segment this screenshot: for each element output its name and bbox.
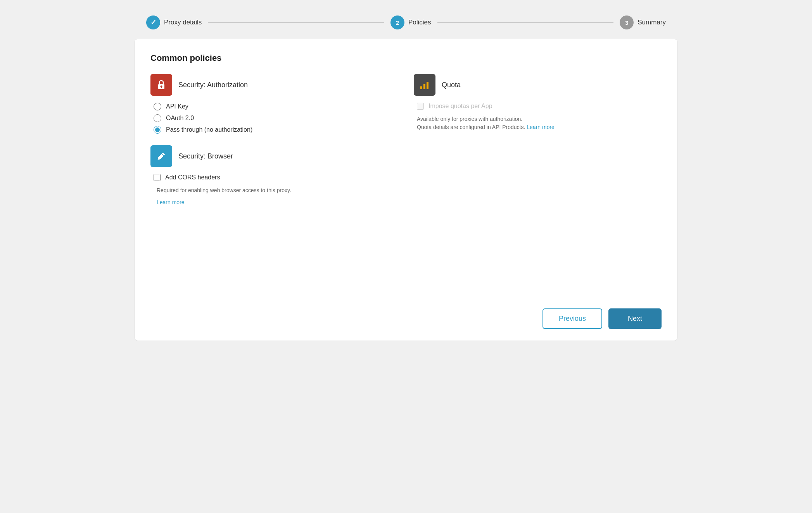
step-proxy-details: ✓ Proxy details bbox=[146, 15, 202, 29]
step-1-circle: ✓ bbox=[146, 15, 160, 29]
api-key-label: API Key bbox=[166, 103, 188, 110]
oauth2-label: OAuth 2.0 bbox=[166, 115, 194, 122]
quota-icon bbox=[414, 74, 435, 96]
stepper: ✓ Proxy details 2 Policies 3 Summary bbox=[135, 8, 677, 39]
next-button[interactable]: Next bbox=[608, 308, 662, 329]
svg-rect-4 bbox=[423, 84, 425, 89]
cors-helper-line: Required for enabling web browser access… bbox=[157, 187, 291, 193]
quota-title: Quota bbox=[442, 81, 461, 89]
quota-checkbox-label: Impose quotas per App bbox=[428, 103, 492, 110]
pass-through-label: Pass through (no authorization) bbox=[166, 126, 252, 133]
security-browser-icon bbox=[150, 145, 172, 167]
step-connector-1 bbox=[208, 22, 384, 23]
lock-icon bbox=[155, 79, 168, 91]
quota-checkbox[interactable] bbox=[417, 103, 424, 110]
step-summary: 3 Summary bbox=[620, 15, 666, 29]
quota-section: Quota Impose quotas per App Available on… bbox=[414, 74, 662, 134]
quota-helper-text: Available only for proxies with authoriz… bbox=[414, 115, 662, 131]
security-authorization-icon bbox=[150, 74, 172, 96]
quota-learn-more-link[interactable]: Learn more bbox=[527, 124, 555, 130]
page-wrapper: ✓ Proxy details 2 Policies 3 Summary Com… bbox=[135, 8, 677, 341]
step-1-label: Proxy details bbox=[164, 19, 202, 26]
step-2-circle: 2 bbox=[390, 15, 404, 29]
security-browser-title: Security: Browser bbox=[178, 152, 233, 160]
svg-rect-3 bbox=[420, 86, 422, 89]
api-key-option[interactable]: API Key bbox=[154, 103, 398, 110]
step-connector-2 bbox=[437, 22, 614, 23]
cors-helper-text: Required for enabling web browser access… bbox=[154, 186, 398, 195]
security-authorization-options: API Key OAuth 2.0 Pass through (no autho… bbox=[150, 103, 398, 134]
pass-through-radio[interactable] bbox=[154, 126, 161, 134]
security-authorization-header: Security: Authorization bbox=[150, 74, 398, 96]
cors-learn-more-link[interactable]: Learn more bbox=[154, 199, 398, 205]
checkmark-icon: ✓ bbox=[150, 18, 156, 27]
quota-checkbox-row: Impose quotas per App bbox=[414, 103, 662, 110]
main-card: Common policies Security: Authorization bbox=[135, 39, 677, 341]
step-3-label: Summary bbox=[638, 19, 666, 26]
quota-header: Quota bbox=[414, 74, 662, 96]
security-authorization-title: Security: Authorization bbox=[178, 81, 248, 89]
step-3-circle: 3 bbox=[620, 15, 634, 29]
oauth2-option[interactable]: OAuth 2.0 bbox=[154, 114, 398, 122]
cors-label: Add CORS headers bbox=[165, 174, 220, 181]
pass-through-option[interactable]: Pass through (no authorization) bbox=[154, 126, 398, 134]
previous-button[interactable]: Previous bbox=[542, 308, 602, 329]
bar-chart-icon bbox=[418, 79, 431, 91]
pencil-icon bbox=[155, 150, 168, 162]
policies-grid: Security: Authorization API Key OAuth 2.… bbox=[150, 74, 662, 205]
security-browser-section: Security: Browser Add CORS headers Requi… bbox=[150, 145, 398, 205]
security-browser-header: Security: Browser bbox=[150, 145, 398, 167]
security-authorization-section: Security: Authorization API Key OAuth 2.… bbox=[150, 74, 398, 134]
svg-rect-5 bbox=[427, 82, 428, 89]
cors-option[interactable]: Add CORS headers bbox=[154, 174, 398, 181]
quota-helper-line1: Available only for proxies with authoriz… bbox=[417, 116, 522, 122]
step-policies: 2 Policies bbox=[390, 15, 431, 29]
step-2-number: 2 bbox=[396, 19, 399, 26]
oauth2-radio[interactable] bbox=[154, 114, 161, 122]
cors-checkbox-group: Add CORS headers Required for enabling w… bbox=[150, 174, 398, 205]
quota-helper-line2: Quota details are configured in API Prod… bbox=[417, 124, 527, 130]
card-title: Common policies bbox=[150, 53, 662, 63]
bottom-actions: Previous Next bbox=[150, 293, 662, 329]
step-2-label: Policies bbox=[408, 19, 431, 26]
step-3-number: 3 bbox=[625, 19, 628, 26]
api-key-radio[interactable] bbox=[154, 103, 161, 110]
cors-checkbox[interactable] bbox=[154, 174, 161, 181]
